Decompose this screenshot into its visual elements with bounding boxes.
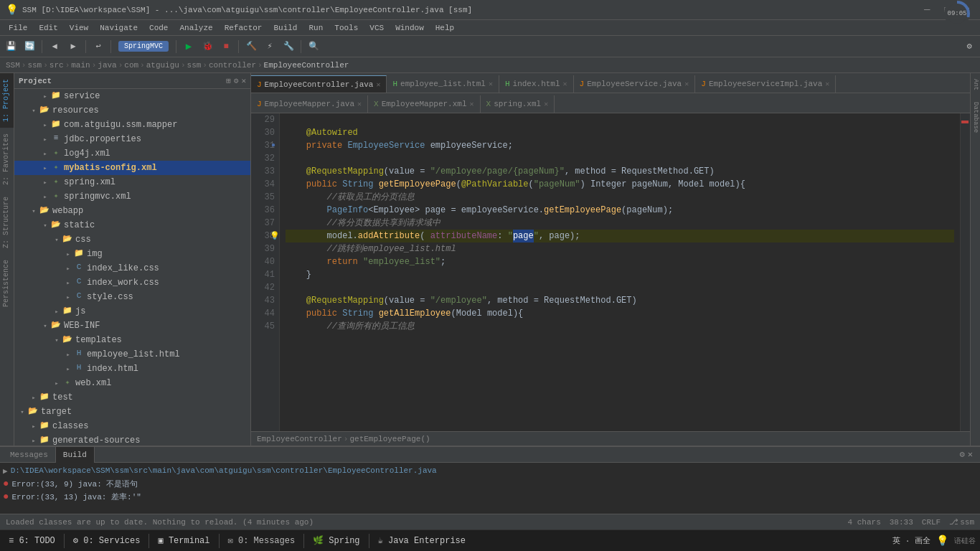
tree-item-web-xml[interactable]: ▸✦web.xml xyxy=(14,376,250,390)
menu-window[interactable]: Window xyxy=(390,22,430,34)
build-path-item[interactable]: ▶ D:\IDEA\workspace\SSM\ssm\src\main\jav… xyxy=(3,464,977,477)
tree-item-test[interactable]: ▸📁test xyxy=(14,390,250,405)
menu-help[interactable]: Help xyxy=(430,22,460,34)
sidebar-tab-persistence[interactable]: Persistence xyxy=(0,254,14,313)
tree-item-webapp[interactable]: ▾📂webapp xyxy=(14,204,250,218)
tree-item-css-folder[interactable]: ▾📂css xyxy=(14,232,250,247)
debug-btn[interactable]: 🐞 xyxy=(199,39,215,55)
tree-item-mapper-pkg[interactable]: ▸📁com.atguigu.ssm.mapper xyxy=(14,118,250,132)
tree-item-mybatis[interactable]: ▸✦mybatis-config.xml xyxy=(14,161,250,175)
menu-refactor[interactable]: Refactor xyxy=(219,22,268,34)
menu-navigate[interactable]: Navigate xyxy=(94,22,143,34)
project-close-btn[interactable]: ✕ xyxy=(241,76,246,85)
menu-analyze[interactable]: Analyze xyxy=(174,22,218,34)
forward-btn[interactable]: ▶ xyxy=(65,39,81,55)
taskbar-spring[interactable]: 🌿 Spring xyxy=(308,532,364,550)
project-collapse-btn[interactable]: ⊞ xyxy=(226,76,231,85)
breadcrumb-class[interactable]: EmployeeController xyxy=(257,435,342,443)
build2-btn[interactable]: ⚡ xyxy=(262,39,278,55)
taskbar-javaee[interactable]: ☕ Java Enterprise xyxy=(374,532,470,550)
tree-item-jdbc[interactable]: ▸≡jdbc.properties xyxy=(14,132,250,146)
lamp-icon-38[interactable]: 💡 xyxy=(270,230,280,242)
tab-employeeserviceimpl[interactable]: J EmployeeServiceImpl.java ✕ xyxy=(695,75,836,93)
tree-item-index-like[interactable]: ▸Cindex_like.css xyxy=(14,261,250,276)
nav-ssm2[interactable]: ssm xyxy=(27,61,42,70)
tree-item-service[interactable]: ▸📁service xyxy=(14,89,250,103)
search-btn[interactable]: 🔍 xyxy=(306,39,321,55)
stop-btn[interactable]: ■ xyxy=(218,39,234,55)
build-btn[interactable]: 🔨 xyxy=(243,39,259,55)
sidebar-tab-project[interactable]: 1: Project xyxy=(0,73,14,128)
breadcrumb-method[interactable]: getEmployeePage() xyxy=(349,435,430,443)
tree-item-templates[interactable]: ▾📂templates xyxy=(14,333,250,347)
tab-close3[interactable]: ✕ xyxy=(563,80,567,88)
bottom-tab-messages[interactable]: Messages xyxy=(3,447,56,463)
back-btn[interactable]: ◀ xyxy=(47,39,62,55)
tab-spring-xml[interactable]: X spring.xml ✕ xyxy=(481,95,555,113)
menu-run[interactable]: Run xyxy=(303,22,329,34)
nav-ssm[interactable]: SSM xyxy=(6,61,20,70)
tab-close[interactable]: ✕ xyxy=(376,80,380,89)
nav-controller[interactable]: controller xyxy=(209,61,256,70)
taskbar-terminal[interactable]: ▣ Terminal xyxy=(154,532,214,550)
tab-close5[interactable]: ✕ xyxy=(825,80,829,88)
tree-item-index-work[interactable]: ▸Cindex_work.css xyxy=(14,276,250,290)
sync-btn[interactable]: 🔄 xyxy=(22,39,37,55)
tree-item-target[interactable]: ▾📂target xyxy=(14,405,250,419)
save-btn[interactable]: 💾 xyxy=(3,39,19,55)
sidebar-tab-favorites[interactable]: 2: Favorites xyxy=(0,128,14,191)
tab-employeeservice[interactable]: J EmployeeService.java ✕ xyxy=(574,75,696,93)
nav-atguigu[interactable]: atguigu xyxy=(146,61,179,70)
tab-close2[interactable]: ✕ xyxy=(489,80,493,88)
tree-item-resources[interactable]: ▾📂resources xyxy=(14,103,250,118)
sidebar-tab-structure[interactable]: Z: Structure xyxy=(0,191,14,254)
tree-item-index-html[interactable]: ▸Hindex.html xyxy=(14,362,250,376)
taskbar-ime[interactable]: 英 · 画全 xyxy=(892,535,930,546)
taskbar-messages[interactable]: ✉ 0: Messages xyxy=(224,532,300,550)
tree-item-log4j[interactable]: ▸✦log4j.xml xyxy=(14,146,250,161)
tab-employeemapper[interactable]: J EmployeeMapper.java ✕ xyxy=(251,95,368,113)
tab-employeecontroller[interactable]: J EmployeeController.java ✕ xyxy=(251,75,387,93)
tab-close8[interactable]: ✕ xyxy=(544,100,548,108)
tree-item-static[interactable]: ▾📂static xyxy=(14,218,250,232)
project-gear-btn[interactable]: ⚙ xyxy=(234,76,239,85)
undo-btn[interactable]: ↩ xyxy=(90,39,106,55)
tree-item-employee-list[interactable]: ▸Hemployee_list.html xyxy=(14,347,250,362)
menu-tools[interactable]: Tools xyxy=(329,22,364,34)
build-error1[interactable]: ● Error:(33, 9) java: 不是语句 xyxy=(3,477,977,490)
tree-item-springmvc[interactable]: ▸✦springmvc.xml xyxy=(14,189,250,204)
right-tab-database[interactable]: Database xyxy=(971,96,981,138)
nav-src[interactable]: src xyxy=(50,61,64,70)
tree-item-webinf[interactable]: ▾📂WEB-INF xyxy=(14,319,250,333)
taskbar-services[interactable]: ⚙ 0: Services xyxy=(69,532,145,550)
build-error2[interactable]: ● Error:(33, 13) java: 差率:'" xyxy=(3,490,977,503)
tab-close6[interactable]: ✕ xyxy=(357,100,362,108)
tree-item-style[interactable]: ▸Cstyle.css xyxy=(14,290,250,304)
tree-item-img-folder[interactable]: ▸📁img xyxy=(14,247,250,261)
tab-close4[interactable]: ✕ xyxy=(684,80,689,88)
tree-item-classes[interactable]: ▸📁classes xyxy=(14,419,250,433)
menu-build[interactable]: Build xyxy=(268,22,303,34)
tab-employeemapper-xml[interactable]: X EmployeeMapper.xml ✕ xyxy=(368,95,480,113)
tab-close7[interactable]: ✕ xyxy=(470,100,474,108)
settings-btn[interactable]: ⚙ xyxy=(961,39,977,55)
nav-main[interactable]: main xyxy=(71,61,90,70)
code-area[interactable]: 2930313233343536373839404142434445 @Auto… xyxy=(251,113,970,431)
nav-com[interactable]: com xyxy=(124,61,138,70)
nav-employeecontroller[interactable]: EmployeeController xyxy=(264,61,349,70)
run-btn[interactable]: ▶ xyxy=(181,39,197,55)
code-content[interactable]: @Autowired● private EmployeeService empl… xyxy=(280,113,960,431)
tree-item-spring[interactable]: ▸✦spring.xml xyxy=(14,175,250,189)
bottom-close-btn[interactable]: ✕ xyxy=(968,449,973,460)
menu-code[interactable]: Code xyxy=(143,22,174,34)
menu-view[interactable]: View xyxy=(64,22,94,34)
right-tab-ant[interactable]: Ant xyxy=(971,73,981,96)
nav-ssm3[interactable]: ssm xyxy=(187,61,202,70)
bottom-tab-build[interactable]: Build xyxy=(56,447,95,463)
menu-edit[interactable]: Edit xyxy=(33,22,63,34)
tree-item-gen-sources[interactable]: ▸📁generated-sources xyxy=(14,433,250,446)
nav-java[interactable]: java xyxy=(98,61,116,70)
framework-badge[interactable]: SpringMVC xyxy=(118,41,169,52)
tree-item-js-folder[interactable]: ▸📁js xyxy=(14,304,250,319)
wrench-btn[interactable]: 🔧 xyxy=(281,39,296,55)
